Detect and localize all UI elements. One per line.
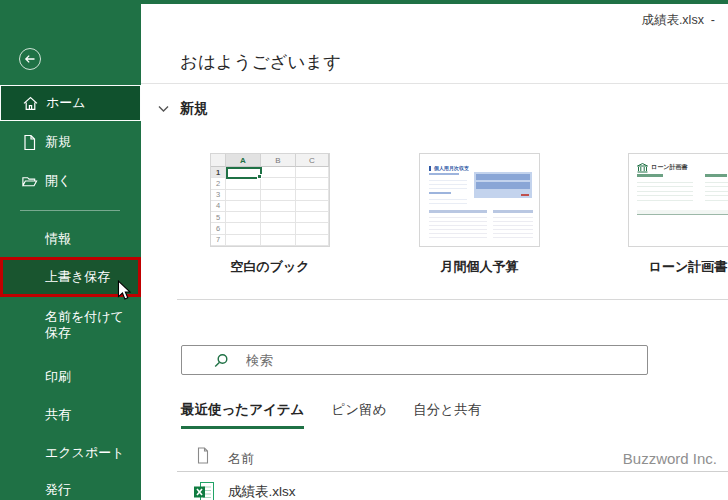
sidebar-item-label: 上書き保存 xyxy=(45,268,110,286)
sidebar-item-share[interactable]: 共有 xyxy=(45,406,71,424)
budget-inner-title: 個人用月次収支 xyxy=(434,165,470,172)
divider xyxy=(177,471,728,472)
loan-table xyxy=(637,210,728,244)
decor-rows xyxy=(705,178,728,203)
decor-table-rows xyxy=(429,214,487,240)
decor-rows xyxy=(637,178,693,203)
decor-line xyxy=(429,192,451,194)
grid-row-header: 6 xyxy=(211,223,226,234)
selected-cell-a1 xyxy=(226,167,262,179)
sidebar-item-label: 開く xyxy=(45,172,71,190)
template-label-blank[interactable]: 空白のブック xyxy=(210,258,330,276)
open-folder-icon xyxy=(21,173,38,190)
decor-table-header xyxy=(493,210,533,213)
new-document-icon xyxy=(21,134,38,151)
new-section-label: 新規 xyxy=(180,100,208,118)
template-label-budget[interactable]: 月間個人予算 xyxy=(419,258,540,276)
decor-table-header xyxy=(429,210,487,213)
search-input[interactable] xyxy=(182,346,647,374)
template-label-loan[interactable]: ローン計画書 xyxy=(628,258,728,276)
tab-shared[interactable]: 自分と共有 xyxy=(413,401,481,429)
file-tabs: 最近使ったアイテム ピン留め 自分と共有 xyxy=(181,401,481,429)
budget-table-right xyxy=(493,210,533,240)
loan-thumb-header: ローン計画書 xyxy=(637,160,718,175)
decor-table-rows xyxy=(637,215,728,242)
grid-corner xyxy=(211,154,226,167)
sidebar-item-label: 新規 xyxy=(45,133,71,151)
decor-stripe xyxy=(476,174,530,180)
sidebar-item-save[interactable]: 上書き保存 xyxy=(0,257,141,297)
tab-pinned[interactable]: ピン留め xyxy=(331,401,386,429)
budget-table-left xyxy=(429,210,487,240)
back-button[interactable] xyxy=(19,48,41,70)
recent-file-name: 成績表.xlsx xyxy=(228,483,296,500)
template-monthly-budget[interactable]: 個人用月次収支 xyxy=(419,153,540,247)
back-arrow-icon xyxy=(23,52,37,66)
sidebar-item-save-as[interactable]: 名前を付けて保存 xyxy=(45,309,135,340)
search-box xyxy=(181,345,648,375)
document-icon xyxy=(196,447,210,468)
grid-row-header: 2 xyxy=(211,178,226,189)
sidebar-item-open[interactable]: 開く xyxy=(0,163,141,199)
bank-icon xyxy=(637,163,648,173)
grid-col-header: C xyxy=(296,154,329,167)
decor-rows xyxy=(429,196,467,204)
backstage-sidebar: ホーム 新規 開く 情報 上書き保存 名前を付けて保存 印刷 共有 エクスポート… xyxy=(0,0,141,500)
decor-red-value xyxy=(521,194,529,196)
template-blank-workbook[interactable]: A B C 1 2 3 4 5 6 7 xyxy=(210,153,330,247)
greeting-heading: おはようございます xyxy=(180,50,341,74)
sidebar-item-label: ホーム xyxy=(46,94,86,112)
sidebar-item-info[interactable]: 情報 xyxy=(45,230,71,248)
divider xyxy=(177,299,728,300)
loan-inner-title: ローン計画書 xyxy=(651,163,688,171)
tab-recent[interactable]: 最近使ったアイテム xyxy=(181,401,304,429)
sidebar-divider xyxy=(20,210,120,211)
watermark-text: Buzzword Inc. xyxy=(623,450,717,467)
decor-rows xyxy=(429,177,467,189)
recent-file-row[interactable]: 成績表.xlsx xyxy=(141,480,728,500)
grid-row-header: 3 xyxy=(211,190,226,201)
window-title: 成績表.xlsx - xyxy=(641,12,715,29)
sidebar-item-export[interactable]: エクスポート xyxy=(45,444,125,462)
decor-line xyxy=(429,173,459,175)
grid-row-header: 5 xyxy=(211,212,226,223)
template-loan-plan[interactable]: ローン計画書 xyxy=(628,153,728,247)
budget-logo-icon xyxy=(429,166,431,171)
grid-col-header: A xyxy=(226,154,261,167)
grid-col-header: B xyxy=(261,154,296,167)
chevron-down-icon xyxy=(158,105,169,113)
decor-stripe xyxy=(476,182,530,189)
decor-line xyxy=(705,174,727,177)
divider xyxy=(141,83,728,84)
sidebar-item-home[interactable]: ホーム xyxy=(0,85,141,121)
budget-summary-panel xyxy=(474,172,532,198)
excel-file-icon xyxy=(194,482,214,500)
grid-row-header: 1 xyxy=(211,167,226,178)
new-section-header[interactable]: 新規 xyxy=(158,100,208,118)
backstage-content: 成績表.xlsx - おはようございます 新規 A B C 1 2 3 4 5 … xyxy=(141,0,728,500)
home-icon xyxy=(22,95,39,112)
decor-line xyxy=(637,174,663,177)
excel-backstage-view: ホーム 新規 開く 情報 上書き保存 名前を付けて保存 印刷 共有 エクスポート… xyxy=(0,0,728,500)
grid-row-header: 7 xyxy=(211,235,226,246)
name-column-header[interactable]: 名前 xyxy=(228,450,254,468)
sidebar-item-print[interactable]: 印刷 xyxy=(45,368,71,386)
sidebar-item-new[interactable]: 新規 xyxy=(0,124,141,160)
decor-table-rows xyxy=(493,214,533,240)
grid-row-header: 4 xyxy=(211,201,226,212)
sidebar-item-publish[interactable]: 発行 xyxy=(45,481,71,499)
